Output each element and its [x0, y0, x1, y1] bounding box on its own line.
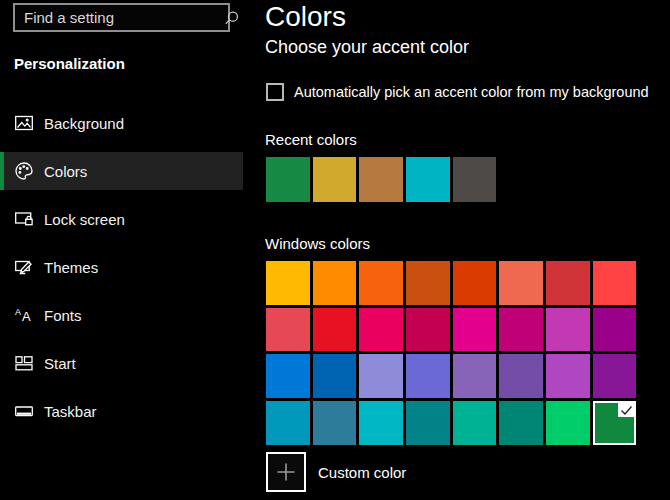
search-box[interactable]	[13, 3, 230, 32]
windows-colors-heading: Windows colors	[265, 235, 370, 252]
svg-text:A: A	[22, 309, 31, 324]
custom-color-button[interactable]	[266, 452, 306, 492]
colors-icon	[14, 161, 34, 181]
auto-accent-row: Automatically pick an accent color from …	[266, 83, 649, 101]
color-swatch[interactable]	[406, 401, 450, 445]
sidebar-item-fonts[interactable]: AAFonts	[0, 296, 243, 334]
color-swatch[interactable]	[406, 308, 450, 352]
color-swatch[interactable]	[313, 354, 357, 398]
sidebar-item-taskbar[interactable]: Taskbar	[0, 392, 243, 430]
start-icon	[14, 353, 34, 373]
sidebar-nav: BackgroundColorsLock screenThemesAAFonts…	[0, 104, 243, 440]
color-swatch[interactable]	[359, 354, 403, 398]
windows-colors-grid	[266, 261, 636, 445]
sidebar-item-label: Lock screen	[44, 211, 125, 228]
sidebar-item-themes[interactable]: Themes	[0, 248, 243, 286]
sidebar-item-label: Taskbar	[44, 403, 97, 420]
color-swatch[interactable]	[266, 261, 310, 305]
color-swatch[interactable]	[546, 354, 590, 398]
color-swatch[interactable]	[453, 308, 497, 352]
custom-color-label: Custom color	[318, 464, 406, 481]
color-swatch[interactable]	[406, 354, 450, 398]
color-swatch[interactable]	[313, 261, 357, 305]
auto-accent-label: Automatically pick an accent color from …	[294, 84, 649, 100]
color-swatch[interactable]	[359, 261, 403, 305]
sidebar-item-label: Fonts	[44, 307, 82, 324]
recent-colors-heading: Recent colors	[265, 131, 357, 148]
color-swatch[interactable]	[593, 261, 637, 305]
main-content: Colors Choose your accent color Automati…	[265, 0, 670, 500]
color-swatch[interactable]	[266, 157, 310, 202]
themes-icon	[14, 257, 34, 277]
color-swatch[interactable]	[453, 354, 497, 398]
color-swatch[interactable]	[313, 401, 357, 445]
color-swatch[interactable]	[499, 261, 543, 305]
color-swatch[interactable]	[546, 261, 590, 305]
color-swatch[interactable]	[499, 308, 543, 352]
sidebar-item-label: Themes	[44, 259, 98, 276]
sidebar-item-colors[interactable]: Colors	[0, 152, 243, 190]
color-swatch[interactable]	[546, 308, 590, 352]
page-subtitle: Choose your accent color	[265, 35, 469, 59]
lock-screen-icon	[14, 209, 34, 229]
color-swatch[interactable]	[499, 401, 543, 445]
color-swatch[interactable]	[313, 308, 357, 352]
sidebar-heading: Personalization	[14, 55, 125, 72]
sidebar-item-label: Start	[44, 355, 76, 372]
taskbar-icon	[14, 401, 34, 421]
settings-window: Personalization BackgroundColorsLock scr…	[0, 0, 670, 500]
recent-colors-grid	[266, 157, 496, 202]
color-swatch[interactable]	[453, 261, 497, 305]
sidebar-item-label: Colors	[44, 163, 87, 180]
custom-color-row: Custom color	[266, 452, 406, 492]
auto-accent-checkbox[interactable]	[266, 83, 284, 101]
selected-item-accent-bar	[0, 152, 4, 190]
color-swatch[interactable]	[359, 401, 403, 445]
search-icon[interactable]	[223, 9, 241, 27]
svg-text:A: A	[15, 307, 21, 317]
color-swatch[interactable]	[406, 157, 450, 202]
sidebar-item-background[interactable]: Background	[0, 104, 243, 142]
search-input[interactable]	[15, 9, 223, 26]
color-swatch[interactable]	[266, 401, 310, 445]
plus-icon	[275, 461, 297, 483]
color-swatch[interactable]	[546, 401, 590, 445]
sidebar-item-lock-screen[interactable]: Lock screen	[0, 200, 243, 238]
selected-color-swatch[interactable]	[593, 401, 637, 445]
color-swatch[interactable]	[359, 157, 403, 202]
sidebar-item-label: Background	[44, 115, 124, 132]
sidebar-item-start[interactable]: Start	[0, 344, 243, 382]
color-swatch[interactable]	[266, 308, 310, 352]
color-swatch[interactable]	[499, 354, 543, 398]
color-swatch[interactable]	[406, 261, 450, 305]
color-swatch[interactable]	[313, 157, 357, 202]
color-swatch[interactable]	[453, 157, 497, 202]
color-swatch[interactable]	[266, 354, 310, 398]
background-icon	[14, 113, 34, 133]
color-swatch[interactable]	[359, 308, 403, 352]
fonts-icon: AA	[14, 305, 34, 325]
color-swatch[interactable]	[593, 354, 637, 398]
check-icon	[618, 403, 634, 417]
color-swatch[interactable]	[593, 308, 637, 352]
sidebar: Personalization BackgroundColorsLock scr…	[0, 0, 245, 500]
color-swatch[interactable]	[453, 401, 497, 445]
page-title: Colors	[265, 2, 346, 32]
